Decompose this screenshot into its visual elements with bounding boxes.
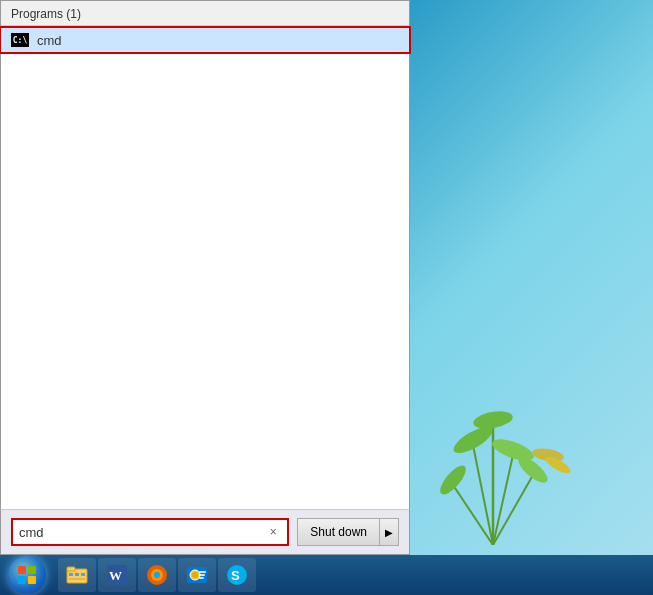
svg-point-9 [472,409,514,432]
outlook-icon [185,563,209,587]
svg-rect-18 [69,573,73,576]
explorer-icon [65,563,89,587]
svg-rect-20 [81,573,85,576]
svg-rect-14 [18,576,26,584]
desktop-plant [393,325,593,545]
search-clear-button[interactable]: × [265,524,281,540]
programs-header: Programs (1) [1,1,409,26]
start-button[interactable] [0,555,54,595]
taskbar-icon-outlook[interactable] [178,558,216,592]
start-orb [8,556,46,594]
svg-rect-19 [75,573,79,576]
svg-line-3 [493,475,533,545]
programs-list: C:\ cmd [1,26,409,509]
start-menu: Programs (1) C:\ cmd × Shut down ▶ [0,0,410,555]
taskbar-icon-explorer[interactable] [58,558,96,592]
svg-rect-21 [69,578,85,580]
shutdown-arrow-button[interactable]: ▶ [379,518,399,546]
start-menu-main: Programs (1) C:\ cmd [0,0,410,509]
taskbar-icon-skype[interactable]: S [218,558,256,592]
start-menu-bottom: × Shut down ▶ [0,509,410,555]
svg-rect-13 [28,566,36,574]
svg-point-29 [192,572,198,578]
taskbar-items: W S [54,555,653,595]
shutdown-button[interactable]: Shut down [297,518,379,546]
svg-text:W: W [109,568,122,583]
search-input[interactable] [19,525,265,540]
svg-rect-17 [67,567,75,571]
svg-rect-15 [28,576,36,584]
svg-point-7 [436,462,470,499]
taskbar: W S [0,555,653,595]
taskbar-icon-firefox[interactable] [138,558,176,592]
word-icon: W [105,563,129,587]
svg-rect-31 [199,574,205,576]
svg-rect-32 [199,577,204,579]
svg-point-26 [154,572,160,578]
svg-text:S: S [231,568,240,583]
skype-icon: S [225,563,249,587]
windows-logo-icon [16,564,38,586]
firefox-icon [145,563,169,587]
svg-rect-12 [18,566,26,574]
shutdown-button-group: Shut down ▶ [297,518,399,546]
search-box: × [11,518,289,546]
program-item-label: cmd [37,33,62,48]
cmd-icon: C:\ [9,31,31,49]
program-item-cmd[interactable]: C:\ cmd [1,28,409,52]
svg-line-1 [493,455,513,545]
taskbar-icon-word[interactable]: W [98,558,136,592]
svg-rect-30 [199,571,206,573]
